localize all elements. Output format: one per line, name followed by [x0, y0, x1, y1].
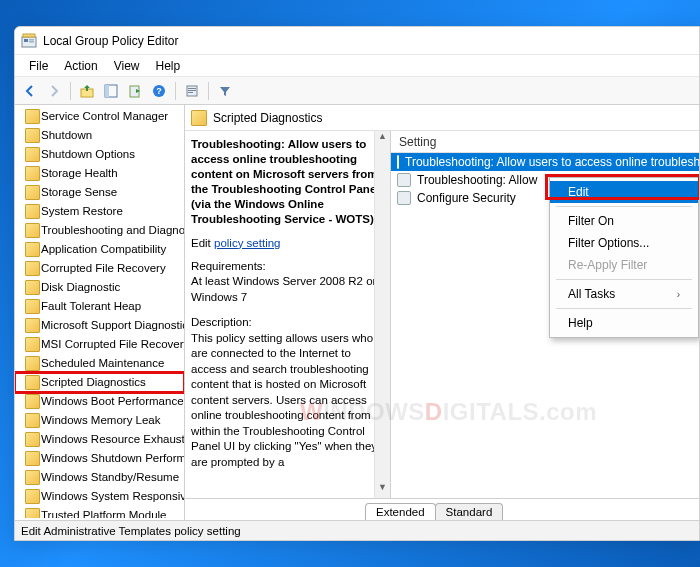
tree-item[interactable]: Windows Shutdown Performance	[15, 449, 184, 468]
menu-file[interactable]: File	[21, 57, 56, 75]
menu-help[interactable]: Help	[148, 57, 189, 75]
tree-item[interactable]: Storage Sense	[15, 183, 184, 202]
policy-title: Troubleshooting: Allow users to access o…	[191, 137, 382, 227]
menu-action[interactable]: Action	[56, 57, 105, 75]
toolbar-separator	[70, 82, 71, 100]
toolbar-separator	[175, 82, 176, 100]
show-hide-tree-button[interactable]	[100, 80, 122, 102]
menu-bar: File Action View Help	[15, 55, 699, 77]
app-icon	[21, 33, 37, 49]
help-button[interactable]: ?	[148, 80, 170, 102]
chevron-right-icon: ›	[677, 289, 680, 300]
context-menu-item[interactable]: Edit	[550, 181, 698, 203]
desc-scrollbar[interactable]: ▲ ▼	[374, 131, 390, 498]
tree-item[interactable]: Windows Resource Exhaustion	[15, 430, 184, 449]
column-header-setting[interactable]: Setting	[391, 131, 699, 153]
context-menu-item: Re-Apply Filter	[550, 254, 698, 276]
tabs-row: Extended Standard	[185, 498, 699, 520]
forward-button	[43, 80, 65, 102]
context-menu-label: Filter On	[568, 214, 614, 228]
tree-item[interactable]: Service Control Manager	[15, 107, 184, 126]
app-window: Local Group Policy Editor File Action Vi…	[14, 26, 700, 541]
requirements-text: At least Windows Server 2008 R2 or Windo…	[191, 275, 376, 303]
folder-icon	[191, 110, 207, 126]
scroll-up-icon[interactable]: ▲	[375, 131, 390, 147]
svg-rect-2	[29, 39, 34, 41]
context-menu-separator	[556, 308, 692, 309]
svg-rect-7	[105, 85, 109, 97]
status-bar: Edit Administrative Templates policy set…	[15, 520, 699, 540]
detail-pane: Scripted Diagnostics Troubleshooting: Al…	[185, 105, 699, 520]
context-menu-label: Help	[568, 316, 593, 330]
tree-item[interactable]: Shutdown Options	[15, 145, 184, 164]
context-menu[interactable]: EditFilter OnFilter Options...Re-Apply F…	[549, 177, 699, 338]
tree-item[interactable]: Disk Diagnostic	[15, 278, 184, 297]
edit-policy-link[interactable]: policy setting	[214, 237, 280, 249]
tab-extended[interactable]: Extended	[365, 503, 436, 520]
tree-item[interactable]: Storage Health	[15, 164, 184, 183]
tree-item[interactable]: Application Compatibility	[15, 240, 184, 259]
title-bar[interactable]: Local Group Policy Editor	[15, 27, 699, 55]
context-menu-item[interactable]: Help	[550, 312, 698, 334]
context-menu-separator	[556, 206, 692, 207]
context-menu-label: Edit	[568, 185, 589, 199]
requirements-label: Requirements:	[191, 260, 266, 272]
tree-item[interactable]: Scripted Diagnostics	[15, 373, 184, 392]
tree-item[interactable]: System Restore	[15, 202, 184, 221]
context-menu-item[interactable]: All Tasks›	[550, 283, 698, 305]
tree-item[interactable]: Microsoft Support Diagnostics	[15, 316, 184, 335]
tree-item[interactable]: Shutdown	[15, 126, 184, 145]
context-menu-item[interactable]: Filter On	[550, 210, 698, 232]
back-button[interactable]	[19, 80, 41, 102]
description-column: Troubleshooting: Allow users to access o…	[185, 131, 391, 498]
svg-rect-3	[29, 41, 34, 43]
tree-list[interactable]: Service Control ManagerShutdownShutdown …	[15, 107, 184, 518]
edit-link-row: Edit policy setting	[191, 237, 382, 249]
tree-item[interactable]: Windows Standby/Resume	[15, 468, 184, 487]
tree-item[interactable]: Trusted Platform Module	[15, 506, 184, 518]
policy-icon	[397, 155, 399, 169]
description-label: Description:	[191, 316, 252, 328]
window-title: Local Group Policy Editor	[43, 34, 178, 48]
description-block: Description: This policy setting allows …	[191, 315, 382, 470]
policy-icon	[397, 191, 411, 205]
detail-body: Troubleshooting: Allow users to access o…	[185, 131, 699, 498]
svg-rect-4	[23, 34, 35, 37]
edit-prefix: Edit	[191, 237, 214, 249]
status-text: Edit Administrative Templates policy set…	[21, 525, 241, 537]
svg-rect-1	[24, 39, 28, 42]
scroll-down-icon[interactable]: ▼	[375, 482, 390, 498]
filter-button[interactable]	[214, 80, 236, 102]
tree-item[interactable]: Fault Tolerant Heap	[15, 297, 184, 316]
setting-label: Troubleshooting: Allow	[417, 173, 537, 187]
tab-standard[interactable]: Standard	[435, 503, 504, 520]
settings-list-column: Setting Troubleshooting: Allow users to …	[391, 131, 699, 498]
setting-label: Troubleshooting: Allow users to access o…	[405, 155, 699, 169]
context-menu-label: Re-Apply Filter	[568, 258, 647, 272]
tree-item[interactable]: Windows System Responsiveness	[15, 487, 184, 506]
tree-item[interactable]: Scheduled Maintenance	[15, 354, 184, 373]
menu-view[interactable]: View	[106, 57, 148, 75]
policy-icon	[397, 173, 411, 187]
tree-item[interactable]: Windows Boot Performance	[15, 392, 184, 411]
detail-header-text: Scripted Diagnostics	[213, 111, 322, 125]
svg-text:?: ?	[156, 86, 162, 96]
tree-item[interactable]: Windows Memory Leak	[15, 411, 184, 430]
detail-header: Scripted Diagnostics	[185, 105, 699, 131]
tree-item[interactable]: Troubleshooting and Diagnostics	[15, 221, 184, 240]
svg-rect-14	[188, 92, 193, 93]
toolbar-separator	[208, 82, 209, 100]
properties-button[interactable]	[181, 80, 203, 102]
tree-pane: Service Control ManagerShutdownShutdown …	[15, 105, 185, 520]
tree-item[interactable]: Corrupted File Recovery	[15, 259, 184, 278]
export-list-button[interactable]	[124, 80, 146, 102]
context-menu-item[interactable]: Filter Options...	[550, 232, 698, 254]
tree-item[interactable]: MSI Corrupted File Recovery	[15, 335, 184, 354]
description-text: This policy setting allows users who are…	[191, 332, 377, 468]
svg-rect-12	[188, 88, 196, 89]
setting-row[interactable]: Troubleshooting: Allow users to access o…	[391, 153, 699, 171]
content-body: Service Control ManagerShutdownShutdown …	[15, 105, 699, 520]
context-menu-label: Filter Options...	[568, 236, 649, 250]
context-menu-label: All Tasks	[568, 287, 615, 301]
up-button[interactable]	[76, 80, 98, 102]
